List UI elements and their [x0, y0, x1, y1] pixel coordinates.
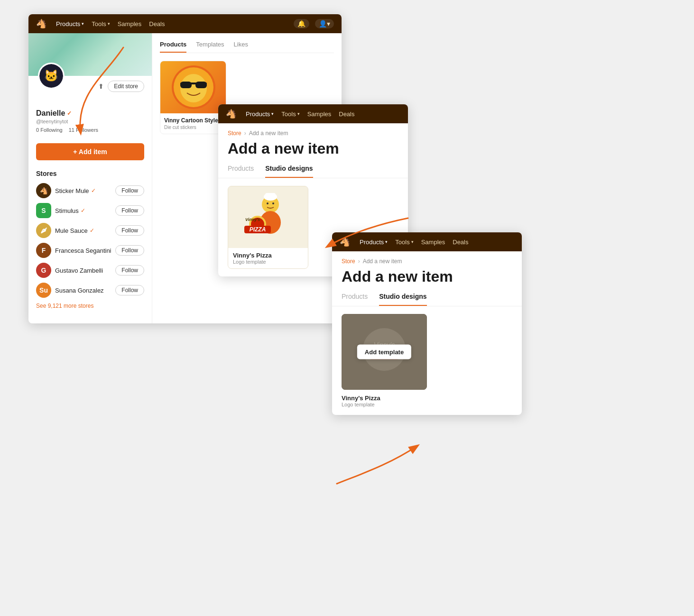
nav-tools-1[interactable]: Tools ▾	[92, 20, 110, 28]
tab-products[interactable]: Products	[160, 41, 186, 53]
product-card-vinny-pizza[interactable]: Vinny's PIZZA Vinny's Pizza Logo templat…	[228, 186, 308, 269]
nav-logo-3: 🐴	[340, 237, 350, 247]
tab-studio-designs-2[interactable]: Studio designs	[265, 165, 313, 178]
page-title-2: Add a new item	[218, 137, 408, 165]
template-card-vinny[interactable]: Vinny's PIZZA Add template	[342, 314, 427, 390]
profile-name: Danielle ✓	[36, 109, 144, 118]
list-item: Su Susana Gonzalez Follow	[36, 283, 144, 298]
nav-deals-2[interactable]: Deals	[339, 110, 354, 118]
breadcrumb-sep-2: ›	[244, 130, 246, 137]
add-item-button[interactable]: + Add item	[36, 143, 144, 160]
nav-logo-1: 🐴	[36, 18, 46, 29]
profile-handle: @teenytinytot	[36, 119, 144, 124]
list-item: G Gustavo Zambelli Follow	[36, 263, 144, 278]
nav-samples-3[interactable]: Samples	[421, 239, 445, 246]
store-name-stimulus: Stimulus ✓	[55, 207, 111, 214]
list-item: 🌶 Mule Sauce ✓ Follow	[36, 223, 144, 238]
nav-logo-2: 🐴	[226, 109, 236, 119]
nav-icons-1: 🔔 👤▾	[294, 19, 334, 28]
item-card-title: Vinny's Pizza	[233, 252, 303, 259]
list-item: 🐴 Sticker Mule ✓ Follow	[36, 183, 144, 198]
avatar: 🐱	[38, 63, 65, 89]
item-card-image: Vinny's PIZZA	[228, 186, 308, 248]
nav-samples-2[interactable]: Samples	[307, 110, 332, 118]
edit-store-button[interactable]: Edit store	[108, 81, 144, 92]
nav-tools-3[interactable]: Tools ▾	[395, 239, 413, 246]
tab-products-3[interactable]: Products	[342, 293, 368, 306]
avatar-cat-icon: 🐱	[39, 64, 63, 88]
breadcrumb-current-2: Add a new item	[249, 130, 288, 137]
store-avatar-francesca: F	[36, 243, 51, 258]
template-type: Logo template	[342, 402, 512, 407]
follow-button-francesca[interactable]: Follow	[115, 245, 144, 256]
tab-bar-profile: Products Templates Likes	[160, 41, 334, 53]
cartoon-face-icon	[170, 64, 217, 111]
arrow-3	[332, 436, 427, 493]
item-card-info: Vinny's Pizza Logo template	[228, 248, 308, 268]
tab-templates[interactable]: Templates	[196, 41, 224, 53]
product-image	[160, 61, 226, 113]
list-item: S Stimulus ✓ Follow	[36, 203, 144, 218]
breadcrumb-2: Store › Add a new item	[218, 123, 408, 137]
add-template-button[interactable]: Add template	[357, 345, 411, 359]
user-menu-icon[interactable]: 👤▾	[315, 19, 334, 28]
breadcrumb-current-3: Add a new item	[363, 258, 402, 265]
tab-likes[interactable]: Likes	[234, 41, 248, 53]
tab-bar-3: Products Studio designs	[332, 293, 522, 306]
store-avatar-stimulus: S	[36, 203, 51, 218]
follow-button-stimulus[interactable]: Follow	[115, 205, 144, 216]
nav-tools-2[interactable]: Tools ▾	[281, 110, 299, 118]
nav-tools-label-1: Tools	[92, 20, 106, 28]
following-count: 0 Following	[36, 127, 63, 133]
tab-bar-2: Products Studio designs	[218, 165, 408, 178]
follow-button-susana[interactable]: Follow	[115, 285, 144, 295]
follow-button-sticker-mule[interactable]: Follow	[115, 185, 144, 196]
tab-products-2[interactable]: Products	[228, 165, 254, 178]
nav-bar-1: 🐴 Products ▾ Tools ▾ Samples Deals 🔔 👤▾	[28, 14, 342, 33]
profile-stats: 0 Following 11 Followers	[36, 127, 144, 133]
notification-icon[interactable]: 🔔	[294, 19, 309, 28]
store-name-susana: Susana Gonzalez	[55, 287, 111, 294]
nav-caret-prod-3: ▾	[385, 239, 388, 244]
nav-deals-3[interactable]: Deals	[453, 239, 468, 246]
nav-products-3[interactable]: Products ▾	[360, 239, 388, 246]
breadcrumb-3: Store › Add a new item	[332, 251, 522, 265]
verified-badge: ✓	[81, 207, 85, 214]
profile-left: 🐱 ⬆ Edit store Danielle ✓ @teenytinytot …	[28, 33, 152, 323]
template-grid: Vinny's PIZZA Add template Vinny's Pizza…	[332, 306, 522, 415]
verified-badge: ✓	[90, 227, 94, 234]
page-title-3: Add a new item	[332, 265, 522, 293]
nav-deals-1[interactable]: Deals	[149, 20, 165, 28]
stores-section: Stores 🐴 Sticker Mule ✓ Follow S Stimulu…	[28, 165, 152, 314]
follow-button-mule-sauce[interactable]: Follow	[115, 225, 144, 236]
breadcrumb-store-link-2[interactable]: Store	[228, 130, 241, 137]
store-name-francesca: Francesca Segantini	[55, 247, 111, 254]
svg-text:Vinny's: Vinny's	[245, 217, 260, 222]
stores-title: Stores	[36, 170, 144, 177]
svg-rect-8	[265, 193, 276, 198]
vinny-pizza-svg: Vinny's PIZZA	[240, 190, 296, 242]
store-avatar-sticker-mule: 🐴	[36, 183, 51, 198]
product-title: Vinny Cartoon Style	[164, 117, 222, 124]
nav-bar-2: 🐴 Products ▾ Tools ▾ Samples Deals	[218, 104, 408, 123]
vinny-pizza-logo: Vinny's PIZZA	[240, 190, 296, 244]
nav-bar-3: 🐴 Products ▾ Tools ▾ Samples Deals	[332, 232, 522, 251]
nav-caret-2: ▾	[271, 111, 274, 116]
upload-button[interactable]: ⬆	[98, 83, 104, 90]
tab-studio-designs-3[interactable]: Studio designs	[379, 293, 426, 306]
svg-rect-5	[195, 82, 207, 88]
follow-button-gustavo[interactable]: Follow	[115, 265, 144, 276]
breadcrumb-store-link-3[interactable]: Store	[342, 258, 355, 265]
nav-products-1[interactable]: Products ▾	[56, 20, 84, 28]
store-avatar-mule-sauce: 🌶	[36, 223, 51, 238]
product-info: Vinny Cartoon Style Die cut stickers	[160, 113, 226, 134]
nav-samples-1[interactable]: Samples	[118, 20, 142, 28]
svg-point-9	[267, 202, 268, 204]
see-more-stores[interactable]: See 9,121 more stores	[36, 303, 144, 309]
product-card[interactable]: Vinny Cartoon Style Die cut stickers	[160, 61, 226, 134]
window-add-item-right: 🐴 Products ▾ Tools ▾ Samples Deals Store…	[332, 232, 522, 415]
nav-products-2[interactable]: Products ▾	[246, 110, 274, 118]
nav-caret-tools-3: ▾	[411, 239, 414, 244]
nav-caret-tools-2: ▾	[297, 111, 300, 116]
nav-products-caret-1: ▾	[82, 21, 84, 26]
